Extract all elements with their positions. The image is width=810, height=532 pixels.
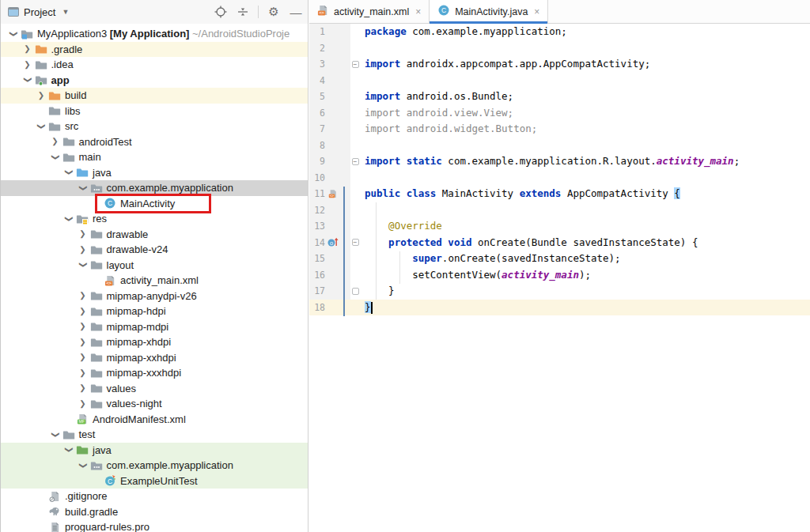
project-view-selector[interactable]: Project ▼ [8,6,214,18]
code-line-5[interactable]: 5import android.os.Bundle; [309,89,810,105]
code-line-7[interactable]: 7import android.widget.Button; [309,121,810,138]
code-text[interactable]: import android.widget.Button; [360,121,537,138]
line-number[interactable]: 14 [309,235,325,251]
chevron-collapsed-icon[interactable]: ❯ [77,246,89,254]
gutter[interactable]: 5 [309,89,350,105]
fold-marker-icon[interactable]: − [350,153,360,170]
line-number[interactable]: 16 [309,267,325,284]
code-line-11[interactable]: 11<>public class MainActivity extends Ap… [309,186,810,202]
code-text[interactable]: import android.view.View; [360,105,513,122]
chevron-collapsed-icon[interactable]: ❯ [77,400,89,408]
code-text[interactable]: @Override [360,218,442,235]
code-line-16[interactable]: 16 setContentView(activity_main); [309,267,810,284]
code-text[interactable]: } [360,300,373,316]
chevron-expanded-icon[interactable]: ❯ [9,28,17,40]
line-number[interactable]: 12 [309,202,325,219]
code-text[interactable] [360,40,365,57]
code-text[interactable]: protected void onCreate(Bundle savedInst… [360,235,698,251]
tree-item-androidmanifest-xml[interactable]: MFAndroidManifest.xml [1,412,308,428]
code-line-14[interactable]: 14o− protected void onCreate(Bundle save… [309,235,810,251]
close-icon[interactable]: × [534,6,539,17]
chevron-collapsed-icon[interactable]: ❯ [49,138,62,145]
chevron-expanded-icon[interactable]: ❯ [51,151,59,164]
tab-mainactivity-java[interactable]: CMainActivity.java× [430,0,548,23]
tree-item-values[interactable]: ❯values [1,381,308,397]
gutter[interactable]: 8 [309,138,350,154]
tree-item-drawable-v24[interactable]: ❯drawable-v24 [1,242,308,258]
code-line-15[interactable]: 15 super.onCreate(savedInstanceState); [309,251,810,267]
chevron-collapsed-icon[interactable]: ❯ [77,308,89,315]
line-number[interactable]: 7 [309,121,325,138]
code-editor[interactable]: 1package com.example.myapplication;23−im… [309,24,810,532]
gutter[interactable]: 6 [309,105,350,122]
tree-item-myapplication3-my-application[interactable]: ❯MyApplication3 [My Application] ~/Andro… [1,26,308,42]
chevron-expanded-icon[interactable]: ❯ [37,120,45,133]
chevron-collapsed-icon[interactable]: ❯ [77,384,89,392]
code-line-12[interactable]: 12 [309,202,810,219]
locate-icon[interactable] [214,5,228,19]
gutter[interactable]: 4 [309,73,350,89]
tree-item-mipmap-mdpi[interactable]: ❯mipmap-mdpi [1,319,308,335]
tab-activity-main-xml[interactable]: <>activity_main.xml× [309,0,430,23]
tree-item-build-gradle[interactable]: build.gradle [1,504,308,520]
tree-item-activity-main-xml[interactable]: <>activity_main.xml [1,273,308,289]
line-number[interactable]: 1 [309,24,325,40]
code-text[interactable] [360,170,365,187]
line-number[interactable]: 5 [309,89,325,105]
code-line-17[interactable]: 17 } [309,283,810,300]
tree-item-java[interactable]: ❯java [1,165,308,181]
code-line-10[interactable]: 10 [309,170,810,187]
code-line-9[interactable]: 9−import static com.example.myapplicatio… [309,153,810,170]
code-text[interactable]: setContentView(activity_main); [360,267,591,284]
chevron-expanded-icon[interactable]: ❯ [79,258,87,271]
tree-item-exampleunittest[interactable]: CExampleUnitTest [1,474,308,489]
chevron-expanded-icon[interactable]: ❯ [79,459,87,472]
tree-item-mipmap-xxxhdpi[interactable]: ❯mipmap-xxxhdpi [1,365,308,381]
code-line-3[interactable]: 3−import androidx.appcompat.app.AppCompa… [309,56,810,73]
gutter[interactable]: 7 [309,121,350,138]
gutter[interactable]: 9 [309,153,350,170]
gutter[interactable]: 10 [309,170,350,187]
chevron-collapsed-icon[interactable]: ❯ [77,353,89,361]
code-line-8[interactable]: 8 [309,138,810,154]
line-number[interactable]: 18 [309,300,325,316]
code-text[interactable]: import android.os.Bundle; [360,89,513,105]
code-line-1[interactable]: 1package com.example.myapplication; [309,24,810,40]
chevron-collapsed-icon[interactable]: ❯ [77,338,89,346]
chevron-collapsed-icon[interactable]: ❯ [21,61,34,69]
chevron-collapsed-icon[interactable]: ❯ [77,292,89,300]
hide-panel-icon[interactable]: — [289,5,303,19]
line-number[interactable]: 6 [309,105,325,122]
line-number[interactable]: 9 [309,153,325,170]
tree-item-mipmap-xxhdpi[interactable]: ❯mipmap-xxhdpi [1,350,308,366]
code-text[interactable]: } [360,283,395,300]
settings-gear-icon[interactable]: ⚙ [267,5,281,19]
code-text[interactable]: package com.example.myapplication; [360,24,567,40]
close-icon[interactable]: × [415,6,421,17]
code-text[interactable] [360,138,365,154]
line-number[interactable]: 4 [309,73,325,89]
tree-item-test[interactable]: ❯test [1,427,308,443]
code-line-4[interactable]: 4 [309,73,810,89]
code-text[interactable] [360,73,365,89]
code-line-6[interactable]: 6import android.view.View; [309,105,810,122]
code-text[interactable] [360,202,365,219]
tree-item-mipmap-hdpi[interactable]: ❯mipmap-hdpi [1,304,308,319]
line-number[interactable]: 17 [309,283,325,300]
tree-item-com-example-myapplication[interactable]: ❯com.example.myapplication [1,180,308,196]
fold-marker-icon[interactable]: − [350,56,360,73]
tree-item-mipmap-anydpi-v26[interactable]: ❯mipmap-anydpi-v26 [1,289,308,304]
code-text[interactable]: public class MainActivity extends AppCom… [360,186,680,202]
tree-item-mipmap-xhdpi[interactable]: ❯mipmap-xhdpi [1,334,308,350]
tree-item-res[interactable]: ❯res [1,211,308,227]
chevron-expanded-icon[interactable]: ❯ [24,74,32,86]
xml-file-small-icon[interactable]: <> [325,186,341,202]
line-number[interactable]: 11 [309,186,325,202]
fold-marker-icon[interactable] [350,283,360,300]
tree-item-gradle[interactable]: ❯.gradle [1,42,308,58]
tree-item-libs[interactable]: libs [1,104,308,119]
chevron-expanded-icon[interactable]: ❯ [79,182,87,194]
line-number[interactable]: 2 [309,40,325,57]
code-line-2[interactable]: 2 [309,40,810,57]
chevron-collapsed-icon[interactable]: ❯ [77,369,89,377]
